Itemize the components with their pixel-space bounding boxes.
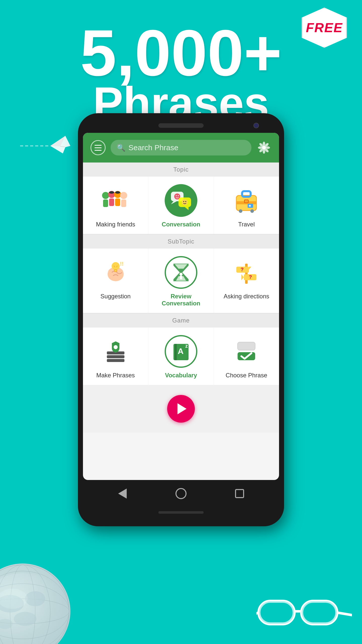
svg-point-49 [182,199,188,205]
svg-rect-81 [107,359,124,362]
subtopic-suggestion-label: Suggestion [101,293,131,300]
app-header: 🔍 Search Phrase [83,133,279,163]
svg-point-6 [0,584,69,639]
home-icon [175,488,187,499]
svg-rect-87 [238,342,255,350]
play-button[interactable] [167,395,195,423]
subtopic-review-conversation[interactable]: Review Conversation [148,249,214,313]
svg-point-12 [14,612,36,626]
conversation-icon [165,184,197,217]
svg-point-60 [249,205,251,207]
menu-button[interactable] [90,140,106,155]
svg-point-38 [120,192,127,199]
phone-grip-bar [158,511,204,514]
glasses-decoration [256,594,352,639]
svg-point-70 [179,273,183,276]
svg-point-13 [0,619,13,629]
svg-point-8 [10,565,35,644]
headline: 5,000+ Phrases [0,20,362,126]
asking-directions-icon: ? ? [230,256,263,289]
headline-number: 5,000+ [0,20,362,86]
menu-line-3 [95,150,102,151]
game-section-label: Game [83,313,279,328]
svg-text:!!: !! [120,261,124,267]
search-icon: 🔍 [117,144,125,152]
review-conversation-icon [165,256,197,289]
svg-rect-35 [109,198,114,206]
settings-button[interactable] [256,140,272,155]
subtopic-asking-directions-label: Asking directions [224,293,269,300]
topic-section-label: Topic [83,163,279,177]
svg-text:A: A [178,347,184,356]
svg-marker-43 [171,201,177,204]
suggestion-icon: !! [99,256,132,289]
phone-nav-bar [83,480,279,507]
svg-point-9 [0,565,50,644]
topic-travel-label: Travel [238,221,255,228]
svg-point-5 [0,599,69,624]
svg-rect-63 [114,270,117,272]
phone-camera [253,123,259,128]
recent-icon [235,489,244,498]
game-row: Make Phrases A z Voc [83,328,279,385]
phone-speaker [158,123,204,128]
svg-marker-74 [249,267,251,270]
svg-point-45 [176,195,177,196]
svg-rect-33 [103,199,108,207]
svg-point-56 [239,209,242,213]
svg-rect-39 [121,199,126,207]
svg-marker-48 [185,207,189,210]
paper-plane-decoration [20,131,75,156]
subtopic-asking-directions[interactable]: ? ? Asking directions [214,249,279,313]
make-phrases-icon [99,335,132,368]
svg-rect-80 [107,355,124,358]
phone-grip [83,511,279,514]
svg-point-40 [109,191,114,194]
svg-point-62 [112,262,120,270]
game-make-phrases-label: Make Phrases [96,372,135,379]
game-choose-phrase-label: Choose Phrase [226,372,267,379]
svg-text:?: ? [249,274,252,280]
game-make-phrases[interactable]: Make Phrases [83,328,148,385]
svg-point-32 [102,192,109,199]
topic-making-friends[interactable]: Making friends [83,177,148,234]
topic-conversation-label: Conversation [162,221,200,228]
menu-line-2 [95,147,102,148]
svg-point-24 [263,149,265,154]
nav-recent-button[interactable] [232,486,247,501]
svg-rect-84 [175,344,177,360]
game-vocabulary-label: Vocabulary [165,372,197,379]
svg-rect-37 [115,198,120,206]
svg-point-51 [185,201,186,202]
search-bar[interactable]: 🔍 Search Phrase [111,140,251,155]
topic-travel[interactable]: Travel [214,177,279,234]
svg-point-41 [115,191,120,194]
back-icon [118,489,127,499]
svg-point-46 [178,195,179,196]
game-choose-phrase[interactable]: Choose Phrase [214,328,279,385]
topic-making-friends-label: Making friends [96,221,135,228]
svg-marker-76 [241,274,244,280]
svg-point-26 [265,146,270,149]
subtopic-review-label: Review Conversation [151,293,211,307]
svg-point-50 [183,201,184,202]
phone: 🔍 Search Phrase [78,113,284,526]
game-vocabulary[interactable]: A z Vocabulary [148,328,214,385]
subtopic-section-label: SubTopic [83,234,279,249]
vocabulary-icon: A z [165,335,197,368]
topic-row: Making friends [83,177,279,234]
svg-point-57 [250,209,254,213]
nav-home-button[interactable] [173,486,189,501]
topic-conversation[interactable]: Conversation [148,177,214,234]
choose-phrase-icon [230,335,263,368]
subtopic-suggestion[interactable]: !! Suggestion [83,249,148,313]
subtopic-row: !! Suggestion [83,249,279,313]
travel-icon [230,184,263,217]
svg-rect-58 [244,200,248,203]
svg-rect-71 [180,276,182,279]
phone-screen: 🔍 Search Phrase [83,133,279,480]
phone-body: 🔍 Search Phrase [78,113,284,526]
phone-top-bar [83,123,279,128]
nav-back-button[interactable] [115,486,130,501]
svg-rect-20 [259,601,294,624]
